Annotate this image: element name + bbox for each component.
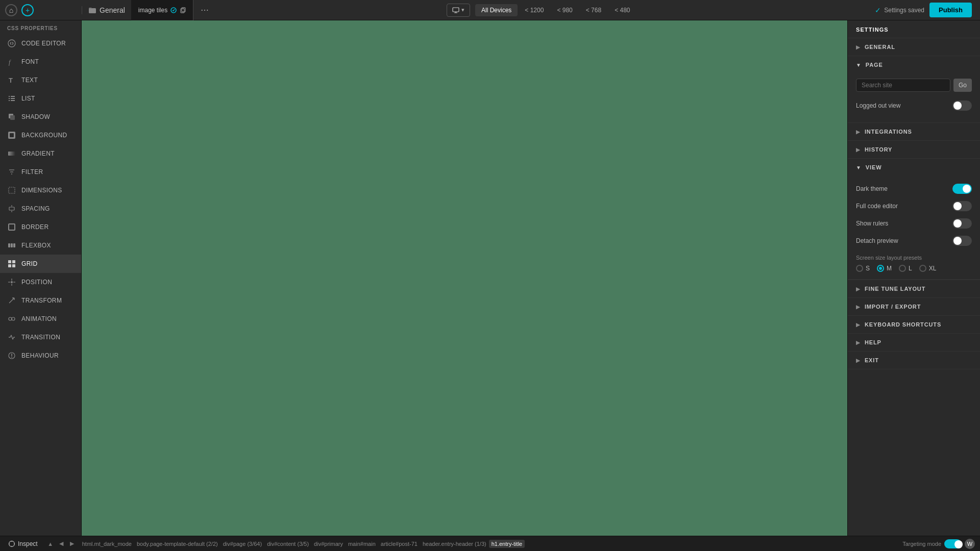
breadcrumb-1[interactable]: body.page-template-default (2/2)	[134, 540, 220, 548]
breadcrumb-6[interactable]: article#post-71	[378, 540, 420, 548]
section-view-header[interactable]: ▼ VIEW	[848, 159, 980, 176]
section-general-header[interactable]: ▶ GENERAL	[848, 38, 980, 56]
copy-icon	[180, 7, 186, 13]
section-keyboard-label: KEYBOARD SHORTCUTS	[865, 321, 941, 328]
sidebar-label-flexbox: FLEXBOX	[21, 242, 51, 249]
section-integrations-header[interactable]: ▶ INTEGRATIONS	[848, 123, 980, 140]
chevron-right-icon-4: ▶	[856, 286, 861, 292]
sidebar-item-border[interactable]: BORDER	[0, 218, 81, 236]
sidebar-item-behaviour[interactable]: BEHAVIOUR	[0, 346, 81, 365]
device-480-btn[interactable]: < 480	[608, 4, 636, 16]
sidebar-item-code-editor[interactable]: CODE EDITOR	[0, 34, 81, 53]
sidebar-item-font[interactable]: f FONT	[0, 53, 81, 71]
sidebar-item-grid[interactable]: GRID	[0, 255, 81, 273]
targeting-mode-area: Targeting mode W	[902, 539, 975, 549]
radio-s[interactable]	[856, 265, 863, 272]
full-code-editor-toggle[interactable]	[952, 201, 972, 211]
device-1200-btn[interactable]: < 1200	[519, 4, 550, 16]
go-button[interactable]: Go	[953, 79, 972, 92]
sidebar-item-list[interactable]: LIST	[0, 89, 81, 108]
section-exit-label: EXIT	[865, 357, 879, 363]
dark-theme-toggle[interactable]	[952, 184, 972, 194]
inspect-button[interactable]: Inspect	[5, 539, 41, 549]
section-keyboard: ▶ KEYBOARD SHORTCUTS	[848, 316, 980, 334]
logged-out-view-toggle[interactable]	[952, 101, 972, 111]
svg-rect-2	[181, 9, 184, 13]
home-icon[interactable]: ⌂	[5, 4, 17, 16]
transform-icon	[7, 296, 16, 305]
section-help-header[interactable]: ▶ HELP	[848, 334, 980, 351]
breadcrumbs: html.mt_dark_mode body.page-template-def…	[80, 540, 899, 548]
settings-saved-text: Settings saved	[884, 7, 924, 14]
breadcrumb-4[interactable]: div#primary	[311, 540, 346, 548]
sidebar-item-gradient[interactable]: GRADIENT	[0, 144, 81, 163]
preset-s[interactable]: S	[856, 265, 870, 272]
show-rulers-toggle[interactable]	[952, 218, 972, 229]
preset-xl[interactable]: XL	[919, 265, 937, 272]
device-768-btn[interactable]: < 768	[580, 4, 607, 16]
chevron-right-icon-2: ▶	[856, 129, 861, 135]
sidebar-item-filter[interactable]: FILTER	[0, 163, 81, 181]
section-general-label: GENERAL	[865, 44, 895, 50]
radio-l[interactable]	[899, 265, 906, 272]
breadcrumb-5[interactable]: main#main	[346, 540, 378, 548]
more-options-btn[interactable]: ⋯	[198, 3, 212, 17]
svg-point-34	[11, 281, 13, 283]
sidebar-item-shadow[interactable]: SHADOW	[0, 108, 81, 126]
topbar-left: ⌂ +	[0, 4, 82, 16]
sidebar-item-spacing[interactable]: SPACING	[0, 199, 81, 218]
breadcrumb-7[interactable]: header.entry-header (1/3)	[420, 540, 489, 548]
nav-left-btn[interactable]: ◀	[57, 539, 66, 548]
svg-rect-29	[13, 243, 15, 247]
device-dropdown[interactable]: ▾	[447, 4, 470, 17]
page-tab[interactable]: image tiles	[131, 0, 193, 20]
preset-m[interactable]: M	[877, 265, 892, 272]
nav-arrows: ▲ ◀ ▶	[46, 539, 77, 548]
section-keyboard-header[interactable]: ▶ KEYBOARD SHORTCUTS	[848, 316, 980, 333]
nav-right-btn[interactable]: ▶	[67, 539, 77, 548]
svg-point-43	[11, 357, 12, 358]
radio-m[interactable]	[877, 265, 884, 272]
section-exit-header[interactable]: ▶ EXIT	[848, 352, 980, 369]
right-sidebar: Settings ▶ GENERAL ▼ PAGE Go Logged out …	[847, 20, 980, 536]
search-site-input[interactable]	[856, 79, 950, 92]
detach-preview-toggle[interactable]	[952, 236, 972, 246]
sidebar-item-text[interactable]: T TEXT	[0, 71, 81, 89]
device-all-btn[interactable]: All Devices	[475, 4, 518, 16]
sidebar-item-transform[interactable]: TRANSFORM	[0, 291, 81, 310]
sidebar-item-position[interactable]: POSITION	[0, 273, 81, 291]
section-history-header[interactable]: ▶ HISTORY	[848, 141, 980, 158]
section-page-label: PAGE	[866, 62, 883, 68]
radio-xl[interactable]	[919, 265, 926, 272]
section-fine-tune-header[interactable]: ▶ FINE TUNE LAYOUT	[848, 280, 980, 297]
nav-up-btn[interactable]: ▲	[46, 539, 55, 548]
section-page-header[interactable]: ▼ PAGE	[848, 56, 980, 73]
dark-theme-row: Dark theme	[856, 181, 972, 196]
sidebar-label-font: FONT	[21, 58, 39, 65]
device-980-btn[interactable]: < 980	[551, 4, 578, 16]
breadcrumb-3[interactable]: div#content (3/5)	[264, 540, 311, 548]
svg-rect-23	[9, 207, 14, 210]
publish-button[interactable]: Publish	[929, 3, 972, 17]
preset-s-label: S	[866, 265, 870, 272]
breadcrumb-0[interactable]: html.mt_dark_mode	[80, 540, 134, 548]
sidebar-item-transition[interactable]: TRANSITION	[0, 328, 81, 346]
full-code-editor-label: Full code editor	[856, 203, 898, 210]
sidebar-item-dimensions[interactable]: DIMENSIONS	[0, 181, 81, 199]
check-icon: ✓	[875, 6, 881, 14]
inspect-label: Inspect	[18, 540, 38, 547]
breadcrumb-2[interactable]: div#page (3/64)	[220, 540, 264, 548]
sidebar-item-background[interactable]: BACKGROUND	[0, 126, 81, 144]
sidebar-label-dimensions: DIMENSIONS	[21, 187, 62, 194]
logged-out-view-row: Logged out view	[856, 98, 972, 113]
flexbox-icon	[7, 241, 16, 250]
add-icon[interactable]: +	[21, 4, 34, 16]
breadcrumb-8[interactable]: h1.entry-title	[489, 540, 525, 548]
sidebar-item-flexbox[interactable]: FLEXBOX	[0, 236, 81, 255]
sidebar-label-gradient: GRADIENT	[21, 150, 55, 157]
sidebar-item-animation[interactable]: ANIMATION	[0, 310, 81, 328]
targeting-mode-toggle[interactable]	[944, 539, 962, 548]
section-import-export-header[interactable]: ▶ IMPORT / EXPORT	[848, 298, 980, 315]
preset-l[interactable]: L	[899, 265, 912, 272]
screen-size-presets-area: Screen size layout presets S M L	[856, 255, 972, 272]
